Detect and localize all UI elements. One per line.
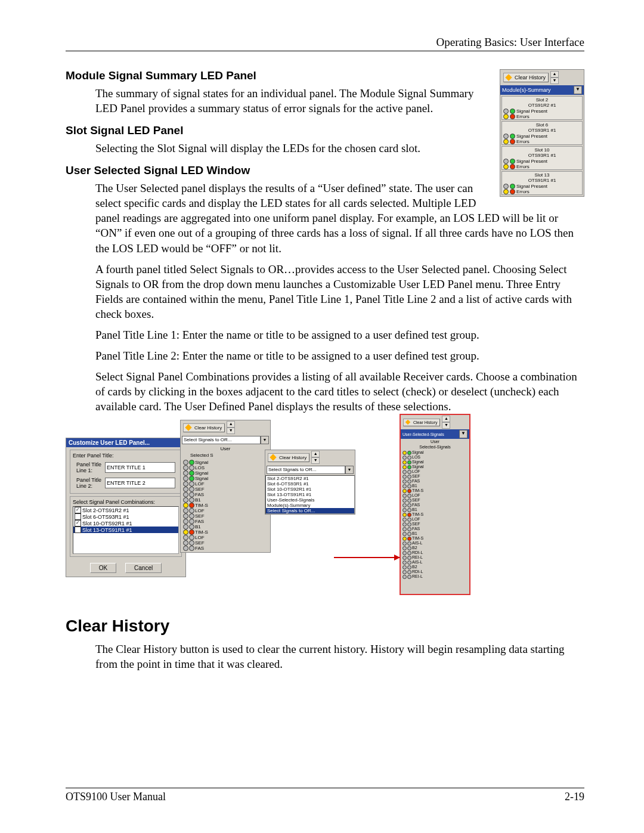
spinner[interactable]: ▲▼ — [227, 421, 234, 434]
led-row: FAS — [183, 546, 268, 551]
title-line1-input[interactable] — [105, 462, 175, 473]
spinner[interactable]: ▲▼ — [550, 71, 558, 84]
slot-tile: Slot 2OTS91R2 #1 Signal Present Errors — [501, 96, 583, 120]
dropdown-icon[interactable]: ▼ — [261, 436, 269, 444]
dropdown-list[interactable]: Slot 2-OTS91R2 #1 Slot 6-OTS93R1 #1 Slot… — [265, 475, 355, 514]
led-row: Signal — [402, 460, 467, 465]
led-row: TIM-S — [402, 512, 467, 517]
led-status-panel: Clear History ▲▼ Select Signals to OR...… — [180, 420, 271, 553]
list-item[interactable]: Slot 6-OTS93R1 #1 — [266, 481, 354, 487]
body-paragraph: The Clear History button is used to clea… — [95, 642, 584, 671]
led-row: LOS — [183, 465, 268, 470]
list-item[interactable]: Select Signals to OR... — [266, 508, 354, 513]
led-row: SEF — [402, 522, 467, 527]
led-label: Signal Present — [516, 184, 547, 189]
field-label: Panel Title Line 1: — [76, 462, 103, 473]
dropdown-icon[interactable]: ▼ — [459, 430, 467, 438]
led-label: Errors — [516, 139, 530, 144]
page-footer: OTS9100 User Manual 2-19 — [66, 788, 584, 803]
led-row: Signal — [183, 470, 268, 476]
slot-title: Slot 10 — [535, 147, 550, 153]
slot-title: Slot 13 — [535, 172, 550, 178]
list-item: Slot 10-OTS92R1 #1 — [82, 521, 132, 527]
led-row: REI-L — [402, 574, 467, 579]
led-row: FAS — [402, 479, 467, 484]
led-row: FAS — [183, 492, 268, 497]
clear-history-button[interactable]: Clear History — [503, 73, 549, 82]
list-item[interactable]: Slot 13-OTS91R1 #1 — [266, 492, 354, 497]
list-item[interactable]: Module(s)-Summary — [266, 503, 354, 508]
led-label: Errors — [516, 114, 530, 119]
dropdown-icon[interactable]: ▼ — [345, 466, 354, 474]
led-row: FAS — [402, 527, 467, 531]
checkbox[interactable]: ✓ — [75, 520, 81, 527]
spinner[interactable]: ▲▼ — [442, 416, 449, 429]
cancel-button[interactable]: Cancel — [125, 563, 162, 573]
led-row: Signal — [183, 460, 268, 465]
led-row: RDI-L — [402, 569, 467, 574]
led-row: SEF — [402, 498, 467, 503]
ok-button[interactable]: OK — [90, 563, 116, 573]
led-row: Signal — [402, 450, 467, 455]
combo-text: Select Signals to OR... — [267, 466, 345, 474]
module-summary-panel: Clear History ▲▼ Module(s)-Summary ▼ Slo… — [500, 69, 584, 197]
checkbox[interactable] — [75, 527, 81, 533]
led-row: SEF — [402, 474, 467, 479]
led-row: TIM-S — [183, 529, 268, 535]
slot-subtitle: OTS93R1 #1 — [528, 128, 556, 133]
footer-right: 2-19 — [565, 791, 584, 803]
led-label: Signal Present — [516, 109, 547, 114]
footer-left: OTS9100 User Manual — [66, 791, 166, 803]
clear-history-button[interactable]: Clear History — [183, 423, 225, 432]
slot-subtitle: OTS91R2 #1 — [528, 103, 556, 108]
led-row: RDI-L — [402, 550, 467, 555]
page-header: Operating Basics: User Interface — [66, 36, 584, 51]
led-row: FAS — [183, 519, 268, 524]
panel-header[interactable]: User-Selected-Signals ▼ — [401, 429, 469, 439]
user-selected-signals-panel: Clear History ▲▼ User-Selected-Signals ▼… — [400, 414, 470, 595]
list-item: Slot 2-OTS91R2 #1 — [82, 507, 129, 513]
list-item: Slot 13-OTS91R1 #1 — [82, 527, 132, 533]
led-row: SEF — [183, 540, 268, 546]
field-label: Panel Title Line 2: — [76, 477, 103, 489]
list-item[interactable]: Slot 2-OTS91R2 #1 — [266, 476, 354, 481]
title-line2-input[interactable] — [105, 478, 175, 488]
led-row: AIS-L — [402, 560, 467, 565]
led-label: Errors — [516, 189, 530, 194]
list-item[interactable]: Slot 10-OTS92R1 #1 — [266, 487, 354, 492]
led-label: Signal Present — [516, 134, 547, 139]
panel-subtitle: Selected-Signals — [401, 444, 469, 450]
led-row: B1 — [402, 484, 467, 488]
led-row: SEF — [183, 487, 268, 492]
checkbox[interactable] — [75, 513, 81, 520]
signal-combo[interactable]: Select Signals to OR... ▼ — [182, 436, 269, 444]
checkbox[interactable]: ✓ — [75, 507, 81, 513]
spinner[interactable]: ▲▼ — [311, 451, 318, 464]
slot-title: Slot 6 — [536, 122, 548, 128]
body-paragraph: A fourth panel titled Select Signals to … — [95, 262, 584, 321]
fieldset-label: Enter Panel Title: — [73, 453, 179, 459]
figure-composite: Customize User LED Panel... Enter Panel … — [66, 420, 584, 593]
arrow-icon — [334, 557, 400, 558]
signal-combo[interactable]: Select Signals to OR... ▼ — [267, 466, 354, 474]
clear-history-button[interactable]: Clear History — [403, 419, 440, 426]
clear-history-button[interactable]: Clear History — [268, 453, 309, 462]
led-label: Errors — [516, 164, 530, 169]
led-row: FAS — [402, 503, 467, 507]
modules-summary-header[interactable]: Module(s)-Summary ▼ — [500, 85, 584, 95]
dialog-title: Customize User LED Panel... — [66, 438, 185, 447]
led-row: LOS — [402, 455, 467, 460]
clear-history-label: Clear History — [194, 425, 222, 431]
led-row: LOF — [402, 517, 467, 522]
diamond-icon — [270, 454, 276, 461]
dropdown-icon[interactable]: ▼ — [574, 86, 582, 94]
card-list[interactable]: ✓Slot 2-OTS91R2 #1 Slot 6-OTS93R1 #1 ✓Sl… — [73, 506, 179, 554]
led-row: REI-L — [402, 555, 467, 560]
list-item[interactable]: User-Selected-Signals — [266, 497, 354, 503]
led-row: TIM-S — [183, 503, 268, 508]
led-row: B1 — [183, 497, 268, 503]
signal-dropdown-panel: Clear History ▲▼ Select Signals to OR...… — [265, 450, 355, 515]
fieldset-label: Select Signal Panel Combinations: — [73, 499, 179, 505]
led-row: LOF — [183, 481, 268, 487]
led-row: Signal — [402, 465, 467, 469]
